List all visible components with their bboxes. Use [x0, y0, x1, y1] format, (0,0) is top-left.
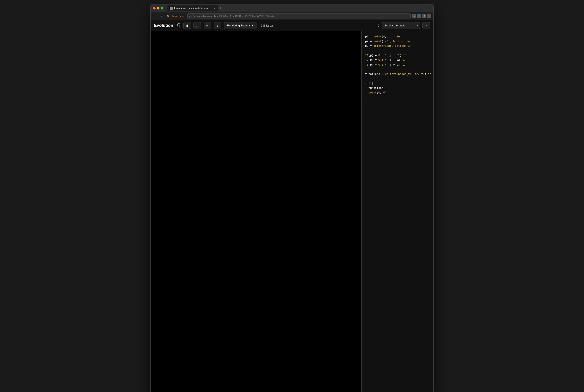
- new-tab-button[interactable]: +: [219, 6, 222, 10]
- reload-button[interactable]: ↻: [165, 14, 170, 18]
- pause-icon: ⏸: [186, 24, 188, 27]
- tab-title: Evolution - Functional Generati...: [174, 7, 211, 10]
- svg-rect-0: [150, 122, 361, 305]
- back-button[interactable]: ‹: [153, 14, 158, 18]
- bookmark-icon[interactable]: ☆: [412, 14, 416, 18]
- url-bar[interactable]: evolution.martini.io/#/eyJkcmF3aW5nU3Rhd…: [187, 13, 410, 19]
- download-button[interactable]: ↓: [214, 22, 222, 29]
- rendering-settings-button[interactable]: Rendering Settings ▾: [224, 22, 256, 29]
- app-title: Evolution: [154, 23, 173, 28]
- code-line-8: [365, 67, 430, 72]
- app-toolbar: Evolution ⏸ ⇄ ↺ ↓ Rendering Settings ▾: [150, 20, 434, 31]
- active-tab[interactable]: Evolution - Functional Generati... ✕: [166, 5, 218, 11]
- shuffle-icon: ⇄: [196, 24, 198, 27]
- url-text: evolution.martini.io/#/eyJkcmF3aW5nU3Rhd…: [189, 15, 276, 17]
- next-icon: ›: [426, 24, 427, 28]
- download-icon: ↓: [217, 24, 218, 27]
- code-line-4: [365, 48, 430, 53]
- forward-button[interactable]: ›: [159, 14, 164, 18]
- sierpinski-canvas: [150, 31, 361, 392]
- tab-bar: Evolution - Functional Generati... ✕ +: [166, 5, 431, 11]
- zero-display: 0: [378, 24, 379, 27]
- code-line-10: [365, 76, 430, 81]
- main-area: p1 = point(0, top) in p2 = point(left, b…: [150, 31, 434, 392]
- code-line-7: f3(p) = 0.5 * (p + p3) in: [365, 62, 430, 67]
- security-badge: ⚠ Not Secure: [172, 14, 186, 17]
- chevron-down-icon: ▾: [252, 24, 253, 27]
- app-content: Evolution ⏸ ⇄ ↺ ↓ Rendering Settings ▾: [150, 20, 434, 392]
- security-label: Not Secure: [174, 15, 186, 17]
- minimize-button[interactable]: [157, 7, 160, 10]
- maximize-button[interactable]: [161, 7, 163, 10]
- pause-button[interactable]: ⏸: [183, 22, 191, 29]
- menu-icon[interactable]: ⋮: [427, 14, 431, 18]
- code-line-1: p1 = point(0, top) in: [365, 34, 430, 39]
- nav-icons: ☆ 👤 ⚙ ⋮: [412, 14, 431, 18]
- shuffle-button[interactable]: ⇄: [194, 22, 201, 29]
- traffic-lights: [153, 7, 163, 10]
- preset-select[interactable]: Serpinski triangle Dragon curve Koch sno…: [382, 22, 420, 29]
- nav-bar: ‹ › ↻ ⚠ Not Secure evolution.martini.io/…: [150, 12, 434, 20]
- rendering-settings-label: Rendering Settings: [227, 24, 250, 27]
- code-line-12: functions,: [365, 86, 430, 90]
- pps-counter: 58882 p/s: [261, 24, 274, 27]
- canvas-area: [150, 31, 361, 392]
- warning-icon: ⚠: [172, 14, 174, 17]
- code-line-3: p3 = point(right, bottom) in: [365, 44, 430, 48]
- browser-window: Evolution - Functional Generati... ✕ + ‹…: [150, 4, 434, 392]
- preset-select-wrapper: Serpinski triangle Dragon curve Koch sno…: [382, 22, 420, 29]
- code-line-13: point(0, 0): [365, 90, 430, 95]
- code-line-11: roll(: [365, 81, 430, 86]
- close-button[interactable]: [153, 7, 156, 10]
- next-button[interactable]: ›: [422, 22, 430, 29]
- code-panel: p1 = point(0, top) in p2 = point(left, b…: [362, 31, 434, 392]
- code-line-2: p2 = point(left, bottom) in: [365, 39, 430, 44]
- code-line-6: f2(p) = 0.5 * (p + p2) in: [365, 58, 430, 62]
- reset-button[interactable]: ↺: [204, 22, 211, 29]
- reset-icon: ↺: [206, 24, 209, 27]
- code-line-14: ): [365, 95, 430, 100]
- tab-close-icon[interactable]: ✕: [213, 7, 215, 10]
- extensions-icon[interactable]: ⚙: [422, 14, 426, 18]
- github-icon[interactable]: [176, 23, 181, 28]
- title-bar: Evolution - Functional Generati... ✕ +: [150, 4, 434, 12]
- code-line-9: functions = uniformChoice(f1, f2, f3) in: [365, 72, 430, 76]
- tab-favicon-icon: [170, 7, 173, 10]
- profile-icon[interactable]: 👤: [417, 14, 421, 18]
- code-line-5: f1(p) = 0.5 * (p + p1) in: [365, 53, 430, 58]
